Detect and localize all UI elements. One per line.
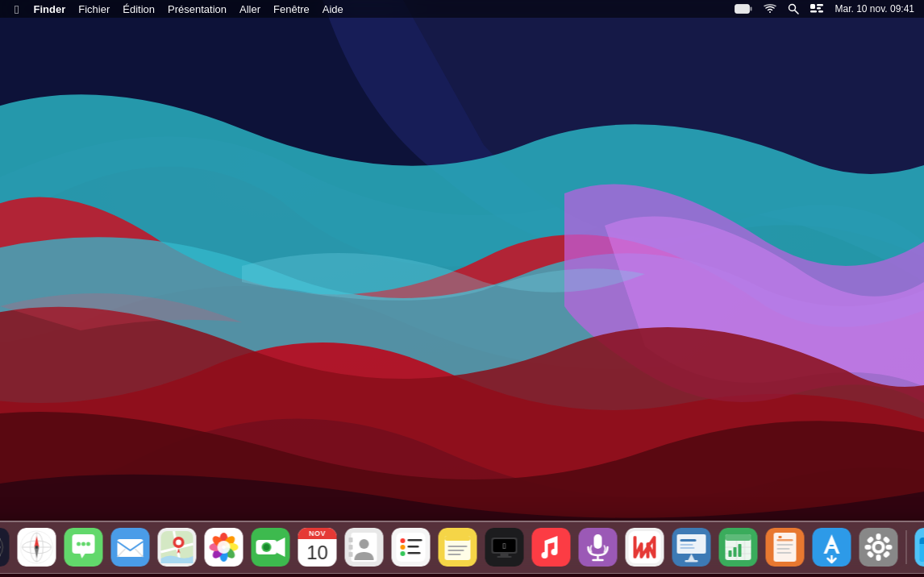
menubar:  Finder Fichier Édition Présentation Al… [0, 0, 924, 18]
svg-rect-95 [594, 534, 602, 549]
dock-item-music[interactable] [531, 526, 572, 568]
dock-item-reminders[interactable] [390, 526, 432, 568]
dock-item-messages[interactable] [63, 526, 105, 568]
svg-rect-47 [118, 539, 144, 557]
dock-item-contacts[interactable] [343, 526, 385, 568]
svg-point-72 [360, 539, 369, 549]
svg-rect-6 [817, 4, 823, 6]
svg-rect-131 [876, 554, 881, 561]
svg-rect-115 [734, 547, 737, 557]
svg-rect-80 [408, 552, 421, 554]
svg-rect-19 [0, 528, 10, 567]
dock-item-settings[interactable] [858, 526, 900, 568]
dock-item-airdrop[interactable] [914, 526, 925, 568]
svg-rect-103 [681, 544, 693, 546]
svg-rect-109 [726, 534, 751, 541]
svg-point-77 [401, 545, 406, 550]
dock-item-news[interactable] [624, 526, 666, 568]
svg-rect-116 [739, 544, 742, 557]
fenetre-menu[interactable]: Fenêtre [267, 0, 316, 18]
svg-rect-92 [497, 556, 512, 558]
fichier-menu[interactable]: Fichier [72, 0, 116, 18]
edition-menu[interactable]: Édition [116, 0, 161, 18]
presentation-menu[interactable]: Présentation [161, 0, 233, 18]
dock-item-numbers[interactable] [718, 526, 760, 568]
dock-item-appstore[interactable] [811, 526, 853, 568]
svg-point-51 [176, 540, 181, 546]
svg-rect-93 [532, 528, 571, 567]
svg-rect-114 [729, 550, 732, 557]
search-status[interactable] [785, 3, 802, 15]
dock-item-pages[interactable] [764, 526, 806, 568]
apple-menu[interactable]:  [6, 0, 27, 18]
svg-text::  [503, 542, 506, 550]
svg-rect-2 [751, 7, 752, 11]
svg-rect-7 [817, 7, 821, 10]
svg-rect-118 [774, 533, 797, 562]
aide-menu[interactable]: Aide [316, 0, 350, 18]
dock-item-mail[interactable] [110, 526, 152, 568]
dock-item-facetime[interactable] [250, 526, 292, 568]
dock-separator [906, 530, 907, 564]
svg-rect-102 [681, 539, 697, 542]
svg-rect-76 [408, 539, 422, 542]
svg-rect-132 [865, 545, 872, 550]
svg-rect-119 [777, 539, 793, 542]
dock-item-maps[interactable] [156, 526, 198, 568]
svg-rect-9 [818, 10, 823, 13]
svg-rect-121 [777, 548, 790, 550]
svg-rect-8 [810, 10, 817, 13]
dock-container: NOV 10 [0, 521, 924, 574]
menubar-left:  Finder Fichier Édition Présentation Al… [6, 0, 350, 18]
dock-item-photos[interactable] [203, 526, 245, 568]
svg-rect-70 [349, 545, 353, 550]
datetime-display[interactable]: Mar. 10 nov. 09:41 [831, 3, 918, 15]
svg-rect-69 [349, 538, 353, 542]
svg-rect-104 [681, 547, 695, 549]
dock-item-notes[interactable] [437, 526, 479, 568]
svg-rect-78 [408, 546, 419, 548]
svg-rect-86 [448, 554, 461, 555]
svg-point-41 [35, 546, 39, 549]
dock-item-calendar[interactable]: NOV 10 [297, 526, 339, 568]
svg-rect-84 [448, 546, 468, 547]
menubar-right: Mar. 10 nov. 09:41 [731, 3, 918, 15]
svg-rect-122 [777, 552, 792, 554]
svg-point-45 [86, 542, 90, 546]
battery-status[interactable] [731, 4, 755, 14]
control-center-status[interactable] [807, 3, 826, 15]
dock-item-podcasts[interactable] [577, 526, 619, 568]
svg-rect-130 [876, 533, 881, 540]
aller-menu[interactable]: Aller [233, 0, 267, 18]
svg-point-43 [77, 542, 81, 546]
svg-line-4 [795, 10, 799, 15]
dock: NOV 10 [0, 521, 924, 574]
svg-rect-120 [777, 544, 793, 546]
svg-rect-91 [501, 554, 509, 556]
wallpaper [0, 0, 924, 577]
svg-point-65 [264, 544, 270, 550]
svg-point-61 [218, 541, 231, 554]
svg-rect-5 [810, 4, 815, 9]
wifi-status[interactable] [760, 4, 780, 14]
svg-point-79 [401, 551, 406, 556]
app-name-menu[interactable]: Finder [27, 0, 72, 18]
svg-rect-133 [886, 545, 893, 550]
dock-item-tv[interactable]:  [484, 526, 526, 568]
svg-rect-85 [448, 550, 464, 551]
svg-rect-83 [445, 536, 471, 541]
svg-point-129 [876, 544, 882, 550]
svg-rect-106 [685, 560, 698, 562]
dock-item-launchpad[interactable] [0, 526, 11, 568]
svg-rect-1 [735, 5, 750, 14]
desktop:  Finder Fichier Édition Présentation Al… [0, 0, 924, 577]
svg-rect-71 [349, 552, 353, 557]
dock-item-keynote[interactable] [671, 526, 713, 568]
svg-point-44 [81, 542, 85, 546]
svg-point-75 [401, 538, 406, 543]
dock-item-safari[interactable] [16, 526, 58, 568]
svg-rect-123 [779, 536, 782, 538]
